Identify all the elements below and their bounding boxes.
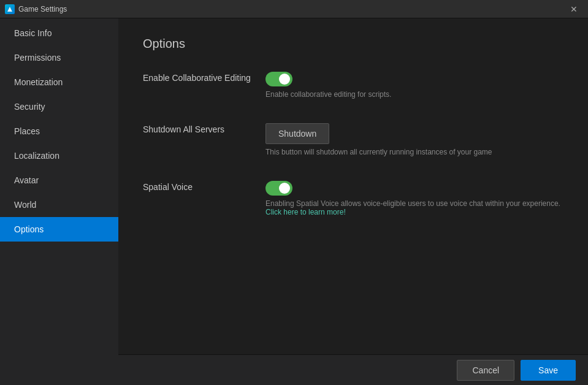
- sidebar: Basic Info Permissions Monetization Secu…: [0, 18, 118, 385]
- shutdown-label: Shutdown All Servers: [143, 121, 265, 134]
- titlebar: Game Settings ✕: [0, 0, 588, 18]
- svg-marker-0: [7, 7, 12, 12]
- sidebar-item-world[interactable]: World: [0, 192, 118, 217]
- collaborative-editing-control: Enable collaborative editing for scripts…: [265, 69, 563, 99]
- collaborative-editing-label: Enable Collaborative Editing: [143, 69, 265, 83]
- shutdown-button[interactable]: Shutdown: [265, 123, 329, 144]
- main-layout: Basic Info Permissions Monetization Secu…: [0, 18, 588, 385]
- sidebar-item-localization[interactable]: Localization: [0, 143, 118, 168]
- content-area: Options Enable Collaborative Editing Ena…: [118, 18, 588, 385]
- sidebar-item-places[interactable]: Places: [0, 119, 118, 143]
- spatial-voice-description: Enabling Spatial Voice allows voice-elig…: [265, 199, 563, 216]
- app-icon: [5, 4, 15, 14]
- footer: Cancel Save: [118, 354, 588, 385]
- sidebar-item-basic-info[interactable]: Basic Info: [0, 21, 118, 45]
- spatial-voice-control: Enabling Spatial Voice allows voice-elig…: [265, 178, 563, 216]
- sidebar-item-options[interactable]: Options: [0, 217, 118, 242]
- close-button[interactable]: ✕: [565, 0, 583, 18]
- sidebar-item-monetization[interactable]: Monetization: [0, 70, 118, 94]
- shutdown-description: This button will shutdown all currently …: [265, 148, 563, 156]
- collaborative-editing-toggle[interactable]: [265, 72, 292, 86]
- shutdown-row: Shutdown All Servers Shutdown This butto…: [143, 121, 563, 156]
- toggle-thumb-2: [279, 183, 290, 194]
- save-button[interactable]: Save: [521, 360, 576, 381]
- page-title: Options: [143, 37, 563, 51]
- spatial-voice-learn-more-link[interactable]: Click here to learn more!: [265, 208, 346, 216]
- cancel-button[interactable]: Cancel: [457, 360, 514, 381]
- sidebar-item-security[interactable]: Security: [0, 94, 118, 119]
- titlebar-title: Game Settings: [18, 5, 565, 13]
- sidebar-item-permissions[interactable]: Permissions: [0, 45, 118, 70]
- spatial-voice-row: Spatial Voice Enabling Spatial Voice all…: [143, 178, 563, 216]
- spatial-voice-label: Spatial Voice: [143, 178, 265, 192]
- sidebar-item-avatar[interactable]: Avatar: [0, 168, 118, 192]
- spatial-voice-toggle-wrapper: [265, 181, 563, 196]
- toggle-thumb: [279, 74, 290, 85]
- collaborative-editing-row: Enable Collaborative Editing Enable coll…: [143, 69, 563, 99]
- shutdown-control: Shutdown This button will shutdown all c…: [265, 121, 563, 156]
- spatial-voice-toggle[interactable]: [265, 181, 292, 196]
- collaborative-editing-description: Enable collaborative editing for scripts…: [265, 90, 563, 99]
- collaborative-editing-toggle-wrapper: [265, 72, 563, 86]
- content-scroll: Options Enable Collaborative Editing Ena…: [118, 18, 588, 354]
